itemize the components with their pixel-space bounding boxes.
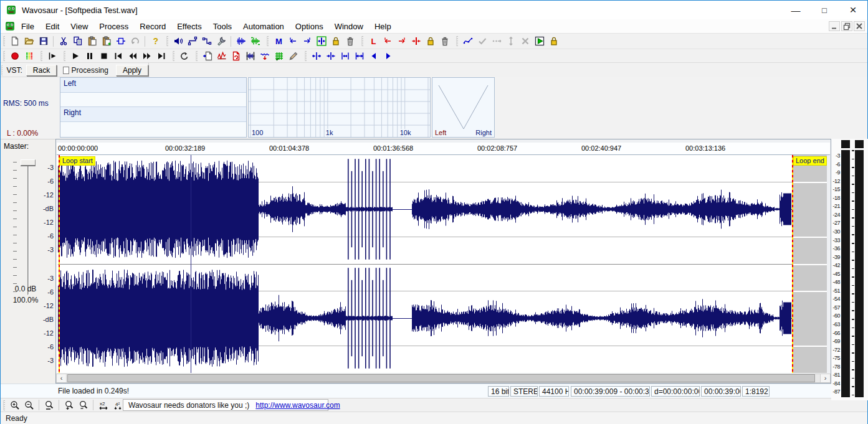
wave-blue-button[interactable] [234, 35, 248, 48]
save-file-button[interactable] [36, 35, 50, 48]
zoom-wave-out-h-button[interactable] [309, 49, 323, 62]
marker-right-button[interactable] [300, 35, 314, 48]
toolbar-grip[interactable] [305, 51, 307, 61]
toolbar-grip[interactable] [361, 36, 363, 46]
zoom-vertical-in-button[interactable] [62, 398, 76, 412]
mdi-close-button[interactable] [854, 21, 865, 31]
envelope-points-button[interactable] [489, 35, 503, 48]
lock-markers-button[interactable] [328, 35, 343, 48]
paste-button[interactable] [85, 35, 99, 48]
go-end-button[interactable] [154, 49, 168, 62]
zoom-out-button[interactable] [22, 398, 36, 412]
play-button[interactable] [68, 49, 82, 62]
copy-button[interactable] [70, 35, 85, 48]
vst-apply-button[interactable]: Apply [116, 65, 148, 76]
zoom-wave-all-button[interactable] [352, 49, 366, 62]
wave-vertical-button[interactable] [257, 49, 272, 62]
connect-a-button[interactable] [185, 35, 199, 48]
scroll-right-button[interactable]: › [820, 374, 830, 382]
zoom-wave-in-h-button[interactable] [323, 49, 338, 62]
menu-window[interactable]: Window [329, 21, 369, 32]
marker-m-button[interactable]: M [271, 35, 285, 48]
envelope-button[interactable] [460, 35, 475, 48]
lock-loop-button[interactable] [423, 35, 437, 48]
zoom-in-button[interactable] [7, 398, 22, 412]
close-button[interactable]: × [839, 1, 867, 19]
menu-tools[interactable]: Tools [207, 21, 237, 32]
menu-help[interactable]: Help [369, 21, 397, 32]
loop-start-line[interactable] [59, 155, 60, 373]
maximize-button[interactable]: □ [810, 1, 839, 19]
document-dino-icon[interactable] [5, 21, 16, 32]
go-start-button[interactable] [111, 49, 125, 62]
toolbar-grip[interactable] [196, 51, 198, 61]
toolbar-grip[interactable] [267, 36, 269, 46]
monitor-button[interactable] [22, 49, 36, 62]
envelope-check-button[interactable] [475, 35, 489, 48]
toolbar-grip[interactable] [41, 51, 42, 61]
menu-edit[interactable]: Edit [40, 21, 65, 32]
delete-markers-button[interactable] [343, 35, 357, 48]
toolbar-grip[interactable] [1, 65, 2, 75]
envelope-vertical-button[interactable] [503, 35, 518, 48]
undo-button[interactable] [128, 35, 142, 48]
forward-button[interactable] [140, 49, 154, 62]
delete-loop-button[interactable] [437, 35, 452, 48]
waveform-canvas[interactable] [58, 155, 827, 373]
loop-center-button[interactable] [409, 35, 423, 48]
toolbar-grip[interactable] [3, 51, 5, 61]
loop-right-button[interactable] [394, 35, 409, 48]
loop-start-label[interactable]: Loop start [60, 156, 95, 166]
vst-rack-button[interactable]: Rack [26, 65, 57, 76]
stop-button[interactable] [97, 49, 111, 62]
scrollbar-thumb[interactable] [67, 374, 815, 382]
toolbar-grip[interactable] [456, 36, 458, 46]
menu-file[interactable]: File [16, 21, 40, 32]
trim-button[interactable] [113, 35, 128, 48]
toolbar-grip[interactable] [64, 51, 65, 61]
loop-end-line[interactable] [792, 155, 793, 373]
marker-center-button[interactable] [314, 35, 328, 48]
zoom-wave-sel-button[interactable] [338, 49, 352, 62]
menu-process[interactable]: Process [93, 21, 134, 32]
loop-l-button[interactable]: L [366, 35, 380, 48]
menu-options[interactable]: Options [290, 21, 329, 32]
toolbar-grip[interactable] [3, 36, 5, 46]
grid-snap-button[interactable] [272, 49, 286, 62]
wave-green-button[interactable] [248, 35, 262, 48]
time-ruler[interactable]: 00:00:00:00000:00:32:18900:01:04:37800:0… [57, 143, 830, 155]
processing-checkbox[interactable] [63, 67, 69, 74]
lock-envelope-button[interactable] [546, 35, 561, 48]
loop-left-button[interactable] [380, 35, 394, 48]
wrench-button[interactable] [214, 35, 228, 48]
speaker-button[interactable] [171, 35, 185, 48]
record-button[interactable] [7, 49, 22, 62]
wavosaur-website-link[interactable]: http://www.wavosaur.com [255, 401, 340, 410]
menu-view[interactable]: View [65, 21, 93, 32]
new-file-button[interactable] [7, 35, 22, 48]
marker-left-button[interactable] [285, 35, 300, 48]
master-slider-thumb[interactable] [21, 159, 36, 166]
pencil-button[interactable] [286, 49, 300, 62]
pause-button[interactable] [82, 49, 97, 62]
resample-button[interactable] [229, 49, 243, 62]
toolbar-grip[interactable] [166, 36, 168, 46]
loop-toggle-button[interactable] [177, 49, 191, 62]
rewind-button[interactable] [125, 49, 140, 62]
wave-cursors-button[interactable] [243, 49, 257, 62]
menu-automation[interactable]: Automation [237, 21, 290, 32]
cut-button[interactable] [56, 35, 70, 48]
zoom-x2-button[interactable]: x2 [96, 398, 110, 412]
next-view-button[interactable] [381, 49, 395, 62]
play-envelope-button[interactable] [532, 35, 546, 48]
menu-record[interactable]: Record [134, 21, 171, 32]
loop-end-label[interactable]: Loop end [793, 156, 827, 166]
insert-doc-button[interactable] [200, 49, 214, 62]
open-file-button[interactable] [22, 35, 36, 48]
help-button[interactable]: ? [148, 35, 162, 48]
mdi-minimize-button[interactable] [829, 21, 840, 31]
envelope-delete-button[interactable] [518, 35, 532, 48]
paste-insert-button[interactable] [99, 35, 113, 48]
connect-b-button[interactable] [199, 35, 214, 48]
toolbar-grip[interactable] [3, 400, 5, 410]
